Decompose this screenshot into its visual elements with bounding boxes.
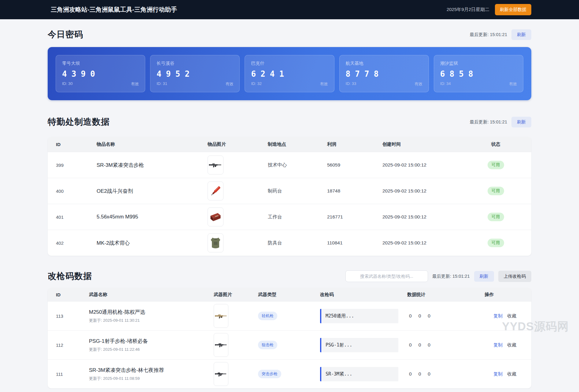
favorite-link[interactable]: 收藏 bbox=[507, 313, 516, 319]
item-created: 2025-09-02 15:00:12 bbox=[382, 214, 468, 220]
map-name: 巴克什 bbox=[251, 60, 328, 66]
gun-code-value: SR-3M紧... bbox=[320, 367, 398, 381]
rifle-icon bbox=[209, 158, 222, 172]
item-profit: 110841 bbox=[327, 240, 382, 246]
password-section: 今日密码 最后更新: 15:01:21 刷新 零号大坝 4390 ID: 30 … bbox=[48, 29, 531, 100]
map-name: 长弓溪谷 bbox=[157, 60, 233, 66]
status-badge: 可用 bbox=[488, 213, 504, 221]
gun-codes-last-update: 最后更新: 15:01:21 bbox=[432, 273, 470, 279]
item-place: 制药台 bbox=[268, 188, 327, 194]
refresh-all-button[interactable]: 刷新全部数据 bbox=[495, 4, 531, 15]
password-panel: 零号大坝 4390 ID: 30 有效 长弓溪谷 4952 ID: 31 有效 … bbox=[48, 47, 531, 100]
password-status: 有效 bbox=[131, 81, 139, 87]
table-row: 400 OE2战斗兴奋剂 制药台 18748 2025-09-02 15:00:… bbox=[48, 178, 531, 204]
table-row: 402 MK-2战术背心 防具台 110841 2025-09-02 15:00… bbox=[48, 230, 531, 256]
manufacturing-table-header: ID 物品名称 物品图片 制造地点 利润 创建时间 状态 bbox=[48, 137, 531, 152]
syringe-icon bbox=[209, 184, 222, 198]
weapon-name: SR-3M紧凑突击步枪-林七夜推荐 bbox=[89, 367, 214, 374]
weapon-stats: 0 0 0 bbox=[407, 313, 485, 319]
map-name: 航天基地 bbox=[346, 60, 422, 66]
table-row: 112 PSG-1射手步枪-堵桥必备 更新于: 2025-09-01 11:22… bbox=[48, 330, 531, 359]
gun-code-value: PSG-1射... bbox=[320, 338, 398, 352]
weapon-id: 112 bbox=[56, 343, 89, 348]
password-card: 航天基地 8778 ID: 33 有效 bbox=[339, 55, 429, 92]
weapon-id: 113 bbox=[56, 313, 89, 319]
copy-link[interactable]: 复制 bbox=[493, 371, 503, 377]
password-last-update: 最后更新: 15:01:21 bbox=[470, 32, 507, 38]
item-place: 技术中心 bbox=[268, 162, 327, 168]
manufacturing-table: ID 物品名称 物品图片 制造地点 利润 创建时间 状态 399 SR-3M紧凑… bbox=[48, 137, 531, 256]
weapon-name: PSG-1射手步枪-堵桥必备 bbox=[89, 338, 214, 345]
item-name: 5.56x45mm M995 bbox=[97, 214, 208, 220]
item-profit: 56059 bbox=[327, 162, 382, 168]
map-name: 零号大坝 bbox=[62, 60, 139, 66]
item-place: 防具台 bbox=[268, 240, 327, 246]
password-card: 零号大坝 4390 ID: 30 有效 bbox=[56, 55, 145, 92]
item-id: 399 bbox=[56, 163, 97, 168]
gun-codes-refresh-button[interactable]: 刷新 bbox=[474, 271, 494, 282]
ammo-box-icon bbox=[209, 210, 222, 224]
manufacturing-refresh-button[interactable]: 刷新 bbox=[511, 117, 531, 127]
lmg-icon bbox=[215, 310, 227, 322]
weapon-image-lmg bbox=[214, 304, 228, 328]
weapon-stats: 0 0 0 bbox=[407, 342, 485, 348]
gun-codes-table-header: ID 武器名称 武器图片 武器类型 改枪码 数据统计 操作 bbox=[48, 288, 531, 301]
password-code: 8778 bbox=[346, 69, 422, 79]
item-image-vest bbox=[208, 233, 223, 252]
item-created: 2025-09-02 15:00:12 bbox=[382, 240, 468, 246]
gun-codes-table: ID 武器名称 武器图片 武器类型 改枪码 数据统计 操作 113 M250通用… bbox=[48, 288, 531, 388]
favorite-link[interactable]: 收藏 bbox=[507, 371, 516, 377]
favorite-link[interactable]: 收藏 bbox=[507, 342, 516, 348]
password-id: ID: 30 bbox=[62, 81, 73, 87]
vest-icon bbox=[209, 236, 222, 250]
password-id: ID: 31 bbox=[157, 81, 167, 87]
copy-link[interactable]: 复制 bbox=[493, 313, 503, 319]
manufacturing-last-update: 最后更新: 15:01:21 bbox=[470, 119, 507, 125]
weapon-updated: 更新于: 2025-09-01 11:08:59 bbox=[89, 376, 214, 381]
gun-codes-section: 改枪码数据 最后更新: 15:01:21 刷新 上传改枪码 ID 武器名称 武器… bbox=[48, 270, 531, 388]
upload-gun-code-button[interactable]: 上传改枪码 bbox=[498, 271, 532, 282]
site-title: 三角洲攻略站-三角洲鼠鼠工具-三角洲行动助手 bbox=[48, 5, 177, 14]
rifle-icon bbox=[215, 368, 227, 380]
manufacturing-section: 特勤处制造数据 最后更新: 15:01:21 刷新 ID 物品名称 物品图片 制… bbox=[48, 116, 531, 256]
password-card: 巴克什 6241 ID: 32 有效 bbox=[245, 55, 334, 92]
password-code: 4952 bbox=[157, 69, 233, 79]
password-status: 有效 bbox=[509, 81, 517, 87]
item-image-stim bbox=[208, 181, 223, 200]
item-created: 2025-09-02 15:00:12 bbox=[382, 188, 468, 194]
password-refresh-button[interactable]: 刷新 bbox=[511, 29, 531, 40]
table-row: 113 M250通用机枪-陈权严选 更新于: 2025-09-01 11:30:… bbox=[48, 301, 531, 330]
table-row: 401 5.56x45mm M995 工作台 216771 2025-09-02… bbox=[48, 204, 531, 230]
item-image-rifle bbox=[208, 156, 223, 174]
status-badge: 可用 bbox=[488, 161, 504, 169]
item-name: OE2战斗兴奋剂 bbox=[97, 188, 208, 195]
manufacturing-section-title: 特勤处制造数据 bbox=[48, 116, 110, 128]
copy-link[interactable]: 复制 bbox=[493, 342, 503, 348]
weapon-image-dmr bbox=[214, 333, 228, 357]
weapon-name: M250通用机枪-陈权严选 bbox=[89, 309, 214, 316]
item-name: SR-3M紧凑突击步枪 bbox=[97, 162, 208, 169]
item-place: 工作台 bbox=[268, 214, 327, 220]
table-row: 111 SR-3M紧凑突击步枪-林七夜推荐 更新于: 2025-09-01 11… bbox=[48, 359, 531, 388]
table-row: 399 SR-3M紧凑突击步枪 技术中心 56059 2025-09-02 15… bbox=[48, 152, 531, 178]
password-card: 潮汐监狱 6858 ID: 34 有效 bbox=[434, 55, 523, 92]
topbar: 三角洲攻略站-三角洲鼠鼠工具-三角洲行动助手 2025年9月2日星期二 刷新全部… bbox=[0, 0, 579, 19]
password-code: 6241 bbox=[251, 69, 328, 79]
map-name: 潮汐监狱 bbox=[440, 60, 517, 66]
password-section-title: 今日密码 bbox=[48, 29, 83, 40]
item-image-ammo bbox=[208, 207, 223, 226]
weapon-updated: 更新于: 2025-09-01 11:30:21 bbox=[89, 318, 214, 323]
status-badge: 可用 bbox=[488, 239, 504, 247]
password-status: 有效 bbox=[225, 81, 233, 87]
password-id: ID: 33 bbox=[346, 81, 356, 87]
password-code: 4390 bbox=[62, 69, 139, 79]
search-input[interactable] bbox=[345, 270, 428, 282]
current-date: 2025年9月2日星期二 bbox=[447, 7, 489, 13]
item-created: 2025-09-02 15:00:12 bbox=[382, 162, 468, 168]
item-name: MK-2战术背心 bbox=[97, 240, 208, 247]
password-card: 长弓溪谷 4952 ID: 31 有效 bbox=[150, 55, 240, 92]
gun-codes-section-title: 改枪码数据 bbox=[48, 270, 92, 282]
password-status: 有效 bbox=[320, 81, 328, 87]
gun-code-value: M250通用... bbox=[320, 309, 398, 323]
weapon-type-badge: 轻机枪 bbox=[258, 312, 277, 320]
